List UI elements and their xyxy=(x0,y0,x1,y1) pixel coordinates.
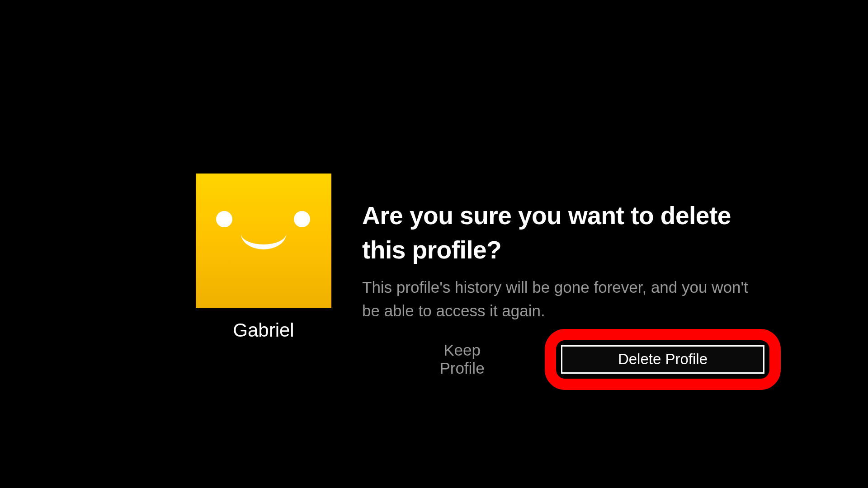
keep-profile-button[interactable]: Keep Profile xyxy=(423,341,501,377)
profile-name: Gabriel xyxy=(233,319,294,341)
smiley-face-icon xyxy=(196,174,331,308)
delete-profile-button[interactable]: Delete Profile xyxy=(561,345,764,374)
button-row: Keep Profile Delete Profile xyxy=(362,341,764,377)
profile-avatar xyxy=(196,174,331,308)
dialog-title: Are you sure you want to delete this pro… xyxy=(362,199,764,267)
profile-column: Gabriel xyxy=(196,174,331,377)
dialog-content: Are you sure you want to delete this pro… xyxy=(362,174,764,377)
delete-button-wrapper: Delete Profile xyxy=(561,345,764,374)
delete-profile-dialog: Gabriel Are you sure you want to delete … xyxy=(196,174,764,377)
dialog-description: This profile's history will be gone fore… xyxy=(362,276,764,323)
